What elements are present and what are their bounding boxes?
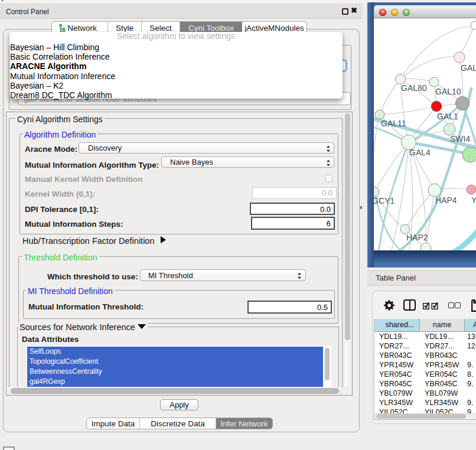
svg-text:GAL10: GAL10	[435, 87, 461, 96]
svg-text:GCY1: GCY1	[374, 196, 395, 206]
svg-text:SWI4: SWI4	[450, 134, 470, 144]
svg-text:GAL11: GAL11	[381, 119, 406, 128]
svg-text:HAP2: HAP2	[406, 233, 428, 242]
svg-text:GAL80: GAL80	[401, 83, 427, 93]
svg-text:HAP4: HAP4	[435, 195, 457, 205]
svg-text:GAL1: GAL1	[437, 112, 458, 121]
svg-text:YE: YE	[471, 195, 476, 205]
svg-text:GAL7: GAL7	[461, 63, 476, 73]
svg-text:GAL4: GAL4	[409, 148, 431, 157]
